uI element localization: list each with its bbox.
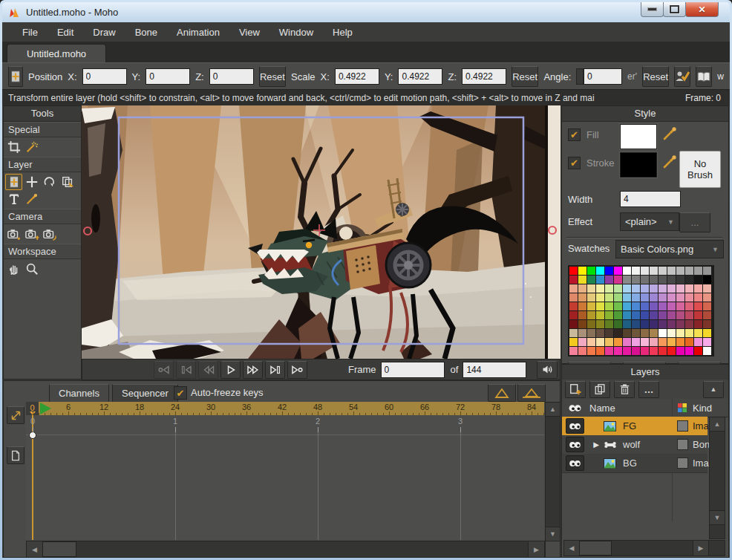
color-swatch[interactable] xyxy=(569,284,578,293)
visibility-column-icon[interactable] xyxy=(568,403,582,413)
effect-more-button[interactable]: ... xyxy=(679,212,710,232)
color-swatch[interactable] xyxy=(605,329,613,337)
menu-animation[interactable]: Animation xyxy=(167,24,229,41)
color-swatch[interactable] xyxy=(659,320,667,328)
color-swatch[interactable] xyxy=(694,267,702,275)
scale-y-input[interactable] xyxy=(398,68,442,85)
color-swatch[interactable] xyxy=(676,284,684,293)
color-swatch[interactable] xyxy=(641,267,649,275)
color-swatch[interactable] xyxy=(650,284,658,293)
color-swatch[interactable] xyxy=(605,293,613,302)
color-swatch[interactable] xyxy=(703,347,711,355)
effect-dropdown[interactable]: <plain>▼ xyxy=(620,212,679,231)
color-swatch[interactable] xyxy=(623,276,631,284)
color-swatch[interactable] xyxy=(703,338,711,346)
color-swatch[interactable] xyxy=(650,347,658,355)
zoom-workspace-tool[interactable] xyxy=(23,261,40,277)
color-swatch[interactable] xyxy=(676,293,684,302)
color-swatch[interactable] xyxy=(676,311,684,319)
color-swatch[interactable] xyxy=(623,302,631,310)
color-swatch[interactable] xyxy=(641,347,649,355)
color-swatch[interactable] xyxy=(694,276,702,284)
flip-approve-button[interactable] xyxy=(674,66,690,87)
color-swatch[interactable] xyxy=(587,284,595,293)
color-swatch[interactable] xyxy=(694,347,702,355)
layer-menu-button[interactable]: … xyxy=(638,381,659,398)
color-swatch[interactable] xyxy=(578,338,586,346)
color-swatch[interactable] xyxy=(605,284,613,293)
color-swatch[interactable] xyxy=(587,293,595,302)
color-swatch[interactable] xyxy=(569,320,578,328)
fill-checkbox[interactable]: ✔ xyxy=(568,128,581,141)
color-swatch[interactable] xyxy=(650,267,658,275)
color-swatch[interactable] xyxy=(685,276,693,284)
layer-color-swatch[interactable] xyxy=(677,420,688,432)
color-swatch[interactable] xyxy=(685,267,693,275)
menu-draw[interactable]: Draw xyxy=(83,24,125,41)
tab-channels[interactable]: Channels xyxy=(49,384,109,403)
text-tool[interactable] xyxy=(5,191,22,207)
color-swatch[interactable] xyxy=(614,284,622,293)
color-swatch[interactable] xyxy=(596,329,604,337)
color-swatch[interactable] xyxy=(614,311,622,319)
minimize-button[interactable] xyxy=(641,2,664,17)
color-swatch[interactable] xyxy=(632,347,640,355)
color-swatch[interactable] xyxy=(685,311,693,319)
color-swatch[interactable] xyxy=(614,338,622,346)
delete-layer-button[interactable] xyxy=(614,381,635,398)
color-swatch[interactable] xyxy=(587,276,595,284)
color-swatch[interactable] xyxy=(614,320,622,328)
color-swatch[interactable] xyxy=(578,302,586,310)
color-swatch[interactable] xyxy=(569,302,578,310)
layers-hscroll-thumb[interactable] xyxy=(579,541,612,556)
color-swatch[interactable] xyxy=(614,267,622,275)
color-swatch[interactable] xyxy=(578,276,586,284)
color-swatch[interactable] xyxy=(596,311,604,319)
color-swatch[interactable] xyxy=(578,347,586,355)
timeline-ruler[interactable]: 0 612182430364248546066727884 xyxy=(26,402,544,415)
color-swatch[interactable] xyxy=(694,338,702,346)
color-swatch[interactable] xyxy=(703,293,711,302)
color-swatch[interactable] xyxy=(614,302,622,310)
menu-view[interactable]: View xyxy=(229,24,269,41)
color-swatch[interactable] xyxy=(694,320,702,328)
color-swatch[interactable] xyxy=(667,293,676,302)
color-swatch[interactable] xyxy=(578,267,586,275)
collapse-panel-button[interactable]: ▲ xyxy=(703,381,724,398)
next-keyframe-button[interactable] xyxy=(265,361,285,379)
color-swatch[interactable] xyxy=(703,311,711,319)
color-swatch[interactable] xyxy=(667,302,676,310)
color-swatch[interactable] xyxy=(685,320,693,328)
color-column-icon[interactable] xyxy=(677,403,687,413)
color-swatch[interactable] xyxy=(703,284,711,293)
color-swatch[interactable] xyxy=(569,293,578,302)
color-swatch[interactable] xyxy=(578,329,586,337)
angle-reset-button[interactable]: Reset xyxy=(642,66,669,87)
color-swatch[interactable] xyxy=(685,347,693,355)
no-brush-button[interactable]: No Brush xyxy=(679,151,721,188)
document-tab[interactable]: Untitled.moho xyxy=(7,44,106,63)
color-swatch[interactable] xyxy=(659,284,667,293)
color-swatch[interactable] xyxy=(659,311,667,319)
color-swatch[interactable] xyxy=(703,320,711,328)
color-swatch[interactable] xyxy=(650,293,658,302)
color-swatch[interactable] xyxy=(623,320,631,328)
timeline-track[interactable]: 0123 xyxy=(26,415,544,540)
color-swatch[interactable] xyxy=(605,320,613,328)
magic-wand-tool[interactable] xyxy=(23,139,40,155)
tools-panel-header[interactable]: Tools xyxy=(4,106,81,122)
new-layer-button[interactable] xyxy=(565,381,586,398)
auto-freeze-checkbox[interactable]: ✔ xyxy=(174,386,187,400)
color-swatch[interactable] xyxy=(667,267,676,275)
color-swatch[interactable] xyxy=(667,320,676,328)
color-swatch[interactable] xyxy=(685,338,693,346)
pan-tool[interactable] xyxy=(5,261,22,277)
color-swatch[interactable] xyxy=(650,311,658,319)
canvas[interactable] xyxy=(82,105,561,359)
color-swatch[interactable] xyxy=(641,311,649,319)
color-swatch[interactable] xyxy=(587,347,595,355)
color-swatch[interactable] xyxy=(596,347,604,355)
menu-bone[interactable]: Bone xyxy=(125,24,167,41)
color-swatch[interactable] xyxy=(569,347,578,355)
color-swatch[interactable] xyxy=(641,293,649,302)
